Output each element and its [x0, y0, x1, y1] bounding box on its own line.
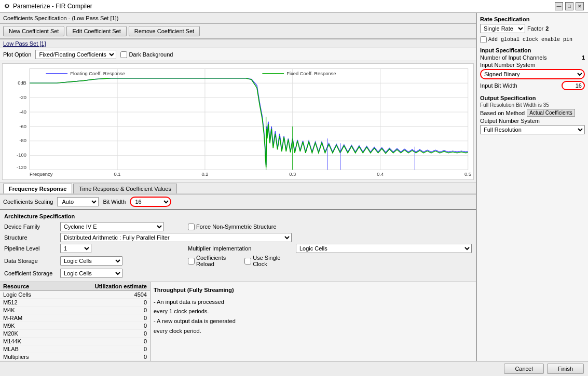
resource-table-row: Multipliers0	[0, 353, 150, 361]
global-clk-label[interactable]: Add global clock enable pin	[480, 36, 585, 43]
dark-bg-label: Dark Background	[129, 51, 173, 58]
toolbar: New Coefficient Set Edit Coefficient Set…	[0, 24, 476, 39]
app-icon: ⚙	[4, 3, 10, 10]
rate-select[interactable]: Single Rate Interpolation Decimation	[480, 24, 525, 33]
svg-text:-40: -40	[19, 109, 26, 114]
input-spec-section: Input Specification Number of Input Chan…	[480, 47, 585, 92]
low-pass-tab[interactable]: Low Pass Set [1]	[3, 40, 46, 47]
svg-text:0.2: 0.2	[201, 172, 208, 176]
use-single-clock-label[interactable]: Use Single Clock	[244, 255, 292, 267]
device-family-select[interactable]: Cyclone IV E Cyclone V	[60, 222, 164, 231]
plot-option-select[interactable]: Fixed/Floating Coefficients Floating Coe…	[35, 50, 116, 59]
svg-text:Frequency: Frequency	[30, 172, 53, 176]
input-bit-width-input[interactable]	[562, 81, 585, 90]
data-storage-select[interactable]: Logic Cells M4K	[60, 256, 122, 266]
resource-table-row: M4K0	[0, 307, 150, 314]
output-spec-section: Output Specification Full Resolution Bit…	[480, 95, 585, 134]
global-clk-checkbox[interactable]	[480, 36, 487, 43]
svg-text:-80: -80	[19, 138, 26, 143]
resource-table-row: Logic Cells4504	[0, 291, 150, 299]
minimize-button[interactable]: —	[555, 2, 563, 10]
factor-label: Factor	[527, 25, 543, 32]
svg-text:-100: -100	[17, 153, 26, 158]
resource-table: Resource Utilization estimate Logic Cell…	[0, 282, 151, 361]
svg-text:0.1: 0.1	[114, 172, 121, 176]
coeff-storage-select[interactable]: Logic Cells M4K	[60, 269, 122, 278]
coeff-footer: Coefficients Scaling Auto Manual Bit Wid…	[0, 194, 476, 209]
based-on-label: Based on Method	[480, 110, 525, 116]
rate-spec-title: Rate Specification	[480, 16, 585, 22]
num-channels-label: Number of Input Channels	[480, 54, 546, 61]
throughput-line: - An input data is processed	[154, 297, 473, 307]
output-num-sys-label: Output Number System	[480, 118, 585, 124]
bottom-info-row: Resource Utilization estimate Logic Cell…	[0, 282, 476, 361]
input-bit-width-label: Input Bit Width	[480, 82, 517, 89]
low-pass-tab-bar: Low Pass Set [1]	[0, 39, 476, 48]
multiplier-impl-label: Multiplier Implementation	[188, 245, 292, 252]
data-storage-label: Data Storage	[4, 258, 56, 264]
app-window: ⚙ Parameterize - FIR Compiler — □ ✕ Coef…	[0, 0, 588, 376]
output-num-sys-select[interactable]: Full Resolution Truncate Round	[480, 125, 585, 134]
input-num-sys-label: Input Number System	[480, 62, 585, 68]
plot-option-label: Plot Option	[3, 51, 31, 58]
coeff-reload-checkbox[interactable]	[188, 258, 195, 264]
resource-table-row: M144K0	[0, 338, 150, 345]
bit-width-select[interactable]: 16 8 12 20 24	[130, 197, 171, 207]
new-coefficient-set-button[interactable]: New Coefficient Set	[3, 26, 64, 36]
force-non-sym-label[interactable]: Force Non-Symmetric Structure	[188, 224, 292, 230]
svg-rect-0	[30, 68, 468, 170]
resource-table-row: MLAB0	[0, 345, 150, 353]
app-title: Parameterize - FIR Compiler	[13, 3, 92, 10]
throughput-line: every 1 clock periods.	[154, 307, 473, 316]
device-family-label: Device Family	[4, 224, 56, 230]
multiplier-impl-select[interactable]: Logic Cells DSP Blocks	[296, 244, 472, 253]
utilization-col-header: Utilization estimate	[56, 282, 150, 291]
resource-table-row: M5120	[0, 299, 150, 307]
arch-spec-section: Architecture Specification Device Family…	[0, 209, 476, 282]
throughput-title: Throughput (Fully Streaming)	[154, 285, 473, 295]
resource-col-header: Resource	[0, 282, 56, 291]
pipeline-level-label: Pipeline Level	[4, 245, 56, 252]
num-channels-value: 1	[582, 54, 585, 61]
scaling-label: Coefficients Scaling	[3, 199, 53, 205]
scaling-select[interactable]: Auto Manual	[57, 197, 99, 206]
coeff-spec-bar: Coefficients Specification - (Low Pass S…	[0, 13, 476, 24]
svg-text:-60: -60	[19, 124, 26, 129]
svg-text:Fixed Coeff. Response: Fixed Coeff. Response	[286, 72, 336, 76]
maximize-button[interactable]: □	[565, 2, 573, 10]
svg-text:0.3: 0.3	[289, 172, 296, 176]
dark-bg-checkbox[interactable]	[120, 51, 127, 58]
dark-bg-checkbox-label[interactable]: Dark Background	[120, 51, 173, 58]
bottom-bar: Cancel Finish	[0, 361, 588, 376]
structure-label: Structure	[4, 234, 56, 241]
resource-table-row: M20K0	[0, 330, 150, 338]
throughput-line: every clock period.	[154, 326, 473, 336]
input-num-sys-select[interactable]: Signed Binary Unsigned Binary	[480, 69, 585, 79]
force-non-sym-checkbox[interactable]	[188, 224, 195, 230]
throughput-box: Throughput (Fully Streaming) - An input …	[151, 282, 476, 361]
structure-select[interactable]: Distributed Arithmetic : Fully Parallel …	[60, 233, 292, 242]
throughput-content: - An input data is processed every 1 clo…	[154, 297, 473, 336]
left-panel: Coefficients Specification - (Low Pass S…	[0, 13, 476, 361]
svg-text:Floating Coeff. Response: Floating Coeff. Response	[70, 72, 125, 76]
pipeline-level-select[interactable]: 1 2 3	[60, 244, 91, 253]
content-area: Coefficients Specification - (Low Pass S…	[0, 13, 588, 361]
coeff-storage-label: Coefficient Storage	[4, 270, 56, 276]
coeff-reload-label[interactable]: Coefficients Reload	[188, 255, 240, 267]
edit-coefficient-set-button[interactable]: Edit Coefficient Set	[66, 26, 126, 36]
actual-coefficients-button[interactable]: Actual Coefficients	[527, 109, 575, 117]
arch-spec-title: Architecture Specification	[4, 212, 472, 220]
cancel-button[interactable]: Cancel	[504, 364, 543, 374]
full-res-text: Full Resolution Bit Width is 35	[480, 102, 585, 108]
bit-width-label: Bit Width	[103, 199, 126, 205]
remove-coefficient-set-button[interactable]: Remove Coefficient Set	[129, 26, 200, 36]
svg-text:-20: -20	[19, 95, 26, 100]
close-button[interactable]: ✕	[576, 2, 584, 10]
resource-table-row: M-RAM0	[0, 314, 150, 322]
use-single-clock-checkbox[interactable]	[244, 258, 251, 264]
tab-frequency-response[interactable]: Frequency Response	[3, 184, 72, 193]
finish-button[interactable]: Finish	[547, 364, 584, 374]
factor-value: 2	[545, 25, 549, 32]
tab-time-response[interactable]: Time Response & Coefficient Values	[73, 184, 177, 193]
svg-text:0.4: 0.4	[377, 172, 384, 176]
